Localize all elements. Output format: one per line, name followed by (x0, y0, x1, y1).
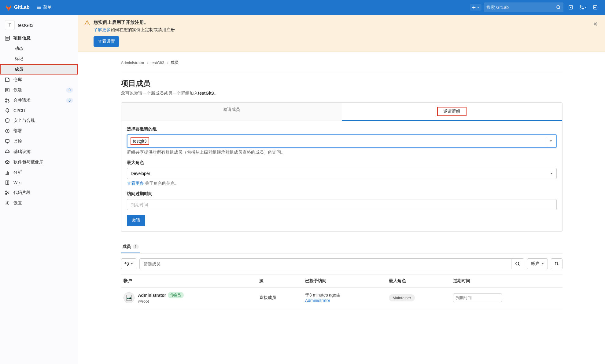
project-avatar: T (5, 20, 15, 30)
chevron-down-icon (541, 263, 544, 265)
chevron-down-icon (584, 6, 587, 9)
sidebar-item-deploy[interactable]: 部署 (0, 126, 78, 136)
role-select[interactable]: Developer (127, 168, 557, 179)
chevron-down-icon (131, 263, 133, 265)
sidebar-item-label: 部署 (13, 128, 22, 134)
member-name: Administrator (138, 293, 166, 298)
role-help: 查看更多 关于角色的信息。 (127, 181, 557, 186)
filter-search-button[interactable] (511, 259, 524, 269)
svg-point-21 (516, 262, 519, 265)
sidebar-subitem-members[interactable]: 成员 (0, 64, 78, 75)
svg-point-17 (6, 191, 7, 192)
sidebar-item-merge-requests[interactable]: 合并请求 0 (0, 95, 78, 106)
role-help-link[interactable]: 查看更多 (127, 181, 144, 186)
gear-icon (5, 201, 10, 206)
search-box[interactable] (484, 2, 563, 12)
chevron-down-icon (549, 140, 552, 143)
filter-input[interactable] (140, 259, 511, 269)
filter-history-button[interactable] (121, 258, 136, 269)
repo-icon (5, 77, 10, 82)
tab-invite-member[interactable]: 邀请成员 (121, 103, 342, 121)
alert-text: 了解更多如何在您的实例上定制或禁用注册 (94, 27, 588, 33)
mr-badge: 0 (66, 98, 73, 103)
page-description: 您可以邀请一个新成员或另一个群组加入testGit3。 (121, 91, 563, 96)
sort-direction-button[interactable] (551, 258, 563, 269)
tab-invite-group[interactable]: 邀请群组 (342, 103, 562, 121)
warning-icon (84, 20, 90, 26)
group-select[interactable]: testgit3 (127, 134, 557, 148)
menu-button[interactable]: 菜单 (33, 3, 55, 12)
invite-button[interactable]: 邀请 (127, 215, 145, 226)
sidebar-item-label: 仓库 (13, 77, 22, 82)
alert-close-button[interactable]: ✕ (592, 20, 599, 29)
svg-point-13 (6, 101, 7, 102)
sidebar-item-label: 安全与合规 (13, 118, 35, 123)
sort-dropdown[interactable]: 帐户 (527, 258, 548, 269)
members-table: 帐户 源 已授予访问 最大角色 过期时间 (121, 274, 563, 308)
svg-rect-8 (6, 37, 9, 38)
menu-label: 菜单 (43, 5, 52, 10)
expiry-input[interactable] (127, 199, 557, 210)
group-select-value: testgit3 (131, 137, 149, 145)
svg-rect-10 (6, 39, 8, 39)
svg-rect-11 (6, 88, 9, 92)
group-dropdown-toggle[interactable] (546, 137, 555, 145)
breadcrumb-item[interactable]: Administrator (121, 60, 145, 65)
invite-card: 邀请成员 邀请群组 选择要邀请的组 testgit3 (121, 102, 563, 232)
alert-title: 您实例上启用了开放注册。 (94, 20, 588, 25)
sidebar-item-packages[interactable]: 软件包与镜像库 (0, 157, 78, 167)
expiry-field[interactable] (453, 293, 502, 302)
sidebar-item-wiki[interactable]: Wiki (0, 178, 78, 187)
svg-point-20 (87, 24, 87, 25)
sidebar-item-monitor[interactable]: 监控 (0, 136, 78, 147)
sidebar: T testGit3 项目信息 动态 标记 成员 仓库 议题 0 合并请求 0 … (0, 15, 78, 364)
sidebar-item-label: 议题 (13, 87, 22, 93)
sidebar-item-label: 监控 (13, 139, 22, 144)
svg-point-3 (580, 5, 581, 7)
create-dropdown[interactable] (470, 4, 481, 11)
row-expiry-input[interactable] (456, 296, 507, 300)
sidebar-item-label: 分析 (13, 170, 22, 175)
granted-by-link[interactable]: Administrator (305, 298, 330, 303)
deploy-icon (5, 129, 10, 133)
gitlab-logo[interactable]: GitLab (5, 4, 30, 11)
breadcrumb-sep: › (167, 60, 168, 65)
sidebar-item-label: 成员 (15, 67, 23, 72)
sidebar-item-security[interactable]: 安全与合规 (0, 115, 78, 126)
svg-point-0 (557, 5, 560, 9)
cloud-icon (5, 149, 10, 154)
sidebar-item-infrastructure[interactable]: 基础设施 (0, 147, 78, 157)
sidebar-item-repository[interactable]: 仓库 (0, 75, 78, 85)
table-row: Administrator 你自己 @root 直接成员 于3 minutes … (121, 288, 563, 308)
sidebar-subitem-activity[interactable]: 动态 (0, 43, 78, 54)
todos-shortcut[interactable] (590, 2, 600, 12)
members-tab[interactable]: 成员 1 (121, 241, 140, 253)
svg-point-18 (6, 193, 7, 195)
sort-icon (554, 261, 559, 266)
alert-link[interactable]: 了解更多 (94, 27, 111, 32)
search-input[interactable] (486, 5, 556, 10)
project-header[interactable]: T testGit3 (0, 17, 78, 33)
sidebar-subitem-labels[interactable]: 标记 (0, 54, 78, 64)
sidebar-item-snippets[interactable]: 代码片段 (0, 187, 78, 198)
sidebar-item-analytics[interactable]: 分析 (0, 167, 78, 178)
svg-point-5 (582, 8, 584, 9)
svg-point-19 (7, 202, 8, 204)
invite-tabs: 邀请成员 邀请群组 (121, 103, 562, 121)
breadcrumb: Administrator › testGit3 › 成员 (121, 57, 563, 71)
gitlab-icon (5, 4, 12, 11)
merge-requests-shortcut[interactable] (578, 2, 588, 12)
sidebar-item-project-info[interactable]: 项目信息 (0, 33, 78, 43)
issues-shortcut[interactable] (566, 2, 576, 12)
sidebar-item-settings[interactable]: 设置 (0, 198, 78, 208)
sidebar-item-label: 项目信息 (13, 35, 31, 41)
breadcrumb-item[interactable]: testGit3 (150, 60, 164, 65)
sidebar-item-cicd[interactable]: CI/CD (0, 106, 78, 115)
filter-input-wrap (139, 258, 524, 269)
avatar (124, 292, 135, 303)
search-icon (515, 261, 520, 266)
sidebar-item-issues[interactable]: 议题 0 (0, 85, 78, 95)
sidebar-item-label: Wiki (13, 180, 21, 185)
view-settings-button[interactable]: 查看设置 (94, 36, 119, 47)
rocket-icon (5, 108, 10, 113)
